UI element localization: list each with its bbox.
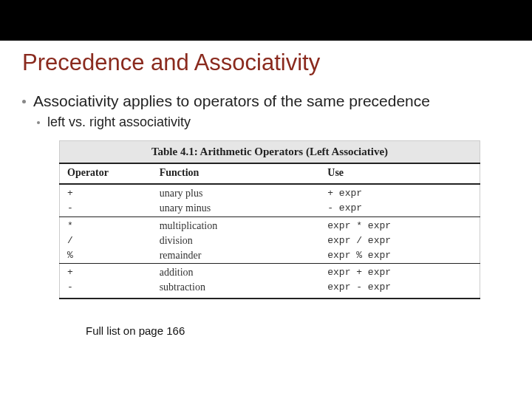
table-row: + unary plus + expr bbox=[60, 184, 480, 202]
slide-title: Precedence and Associativity bbox=[22, 50, 510, 76]
cell-operator: + bbox=[60, 184, 152, 202]
header-use: Use bbox=[320, 163, 480, 184]
table-row: - unary minus - expr bbox=[60, 202, 480, 216]
table-header-row: Operator Function Use bbox=[60, 163, 480, 184]
bullet-1-text: Associativity applies to operators of th… bbox=[33, 92, 430, 110]
bullet-dot-icon bbox=[37, 121, 40, 124]
operator-table: Operator Function Use + unary plus + exp… bbox=[59, 163, 480, 299]
cell-operator: * bbox=[60, 216, 152, 233]
table-row: + addition expr + expr bbox=[60, 264, 480, 281]
header-function: Function bbox=[152, 163, 321, 184]
table-row: % remainder expr % expr bbox=[60, 249, 480, 264]
cell-function: subtraction bbox=[152, 281, 321, 299]
cell-use: + expr bbox=[320, 184, 480, 202]
bullet-level-2: left vs. right associativity bbox=[37, 115, 510, 130]
cell-function: unary minus bbox=[152, 202, 321, 216]
table-row: / division expr / expr bbox=[60, 234, 480, 249]
header-operator: Operator bbox=[60, 163, 152, 184]
cell-use: expr - expr bbox=[320, 281, 480, 299]
bullet-dot-icon bbox=[22, 100, 26, 103]
cell-use: expr + expr bbox=[320, 264, 480, 281]
cell-function: division bbox=[152, 234, 321, 249]
table-caption: Table 4.1: Arithmetic Operators (Left As… bbox=[59, 140, 480, 163]
cell-use: expr * expr bbox=[320, 216, 480, 233]
cell-function: unary plus bbox=[152, 184, 321, 202]
footnote-text: Full list on page 166 bbox=[86, 324, 510, 337]
operator-table-wrap: Table 4.1: Arithmetic Operators (Left As… bbox=[59, 140, 480, 299]
cell-function: addition bbox=[152, 264, 321, 281]
top-black-bar bbox=[0, 0, 532, 41]
table-row: * multiplication expr * expr bbox=[60, 216, 480, 233]
cell-operator: % bbox=[60, 249, 152, 264]
cell-operator: / bbox=[60, 234, 152, 249]
cell-function: remainder bbox=[152, 249, 321, 264]
cell-operator: - bbox=[60, 202, 152, 216]
bullet-2-text: left vs. right associativity bbox=[47, 115, 191, 130]
cell-use: expr % expr bbox=[320, 249, 480, 264]
cell-use: - expr bbox=[320, 202, 480, 216]
table-row: - subtraction expr - expr bbox=[60, 281, 480, 299]
slide-content: Precedence and Associativity Associativi… bbox=[0, 41, 532, 337]
cell-operator: - bbox=[60, 281, 152, 299]
bullet-level-1: Associativity applies to operators of th… bbox=[22, 92, 510, 110]
cell-operator: + bbox=[60, 264, 152, 281]
cell-function: multiplication bbox=[152, 216, 321, 233]
cell-use: expr / expr bbox=[320, 234, 480, 249]
